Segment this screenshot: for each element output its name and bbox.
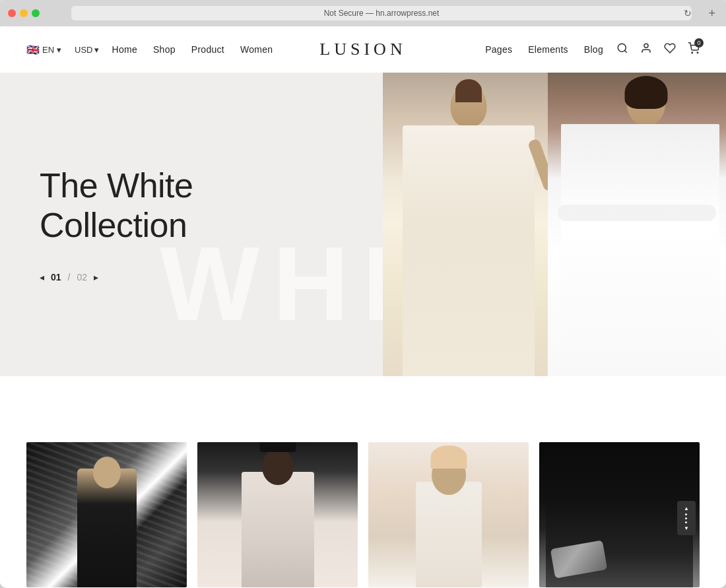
prev-slide-button[interactable]: ◂ [40,272,44,282]
nav-left: 🇬🇧 EN ▾ USD ▾ Home Shop Product Women [26,44,273,56]
lang-label: EN [42,45,54,55]
flag-icon: 🇬🇧 [26,44,40,56]
nav-women[interactable]: Women [240,44,273,55]
nav-menu-left: Home Shop Product Women [112,44,273,55]
currency-chevron-icon: ▾ [94,45,99,55]
reload-button[interactable]: ↻ [684,8,692,18]
hero-pagination: ◂ 01 / 02 ▸ [40,272,193,282]
wishlist-icon[interactable] [664,42,676,57]
language-selector[interactable]: 🇬🇧 EN ▾ [26,44,61,56]
currency-selector[interactable]: USD ▾ [75,45,98,55]
close-button[interactable] [8,9,16,17]
new-tab-button[interactable]: + [708,7,715,20]
nav-icons: 0 [616,42,700,57]
hero-title: The White Collection [40,166,193,245]
address-text: Not Secure — hn.arrowpress.net [324,9,440,18]
svg-point-4 [697,52,698,53]
svg-point-0 [618,44,626,51]
site-content: 🇬🇧 EN ▾ USD ▾ Home Shop Product Women LU… [0,26,726,588]
product-card-4[interactable] [539,442,700,587]
nav-right: Pages Elements Blog [485,42,700,57]
model1-figure [383,73,554,376]
scroll-widget[interactable]: ▲ ▼ [677,501,696,535]
divider-section [0,376,726,442]
search-icon[interactable] [616,42,628,57]
cart-count: 0 [694,38,704,48]
maximize-button[interactable] [32,9,40,17]
account-icon[interactable] [640,42,652,57]
product-card-1[interactable] [26,442,187,587]
svg-point-2 [644,44,648,48]
scroll-up-icon: ▲ [684,506,689,511]
lang-chevron-icon: ▾ [57,45,61,55]
site-logo[interactable]: LUSION [319,40,406,59]
cart-icon[interactable]: 0 [688,42,700,57]
hero-content: The White Collection ◂ 01 / 02 ▸ [40,166,193,282]
scroll-down-icon: ▼ [684,525,689,531]
product-grid [0,442,726,587]
nav-elements[interactable]: Elements [528,44,568,55]
currency-label: USD [75,45,92,55]
next-slide-button[interactable]: ▸ [94,272,98,282]
model2-figure [548,73,726,376]
address-bar[interactable]: Not Secure — hn.arrowpress.net [71,6,692,20]
product-card-2[interactable] [197,442,358,587]
product-card-3[interactable] [368,442,529,587]
minimize-button[interactable] [20,9,28,17]
nav-menu-right: Pages Elements Blog [485,44,603,55]
hero-title-line2: Collection [40,206,187,244]
current-slide: 01 [51,272,61,282]
nav-pages[interactable]: Pages [485,44,512,55]
browser-toolbar: Not Secure — hn.arrowpress.net ↻ + [0,0,726,26]
total-slides: 02 [77,272,87,282]
browser-window: Not Secure — hn.arrowpress.net ↻ + 🇬🇧 EN… [0,0,726,588]
slide-separator: / [68,272,71,282]
traffic-lights [8,9,40,17]
nav-blog[interactable]: Blog [584,44,603,55]
nav-home[interactable]: Home [112,44,137,55]
svg-point-3 [692,52,693,53]
svg-line-1 [624,50,626,52]
nav-shop[interactable]: Shop [153,44,176,55]
scroll-dots: ▲ ▼ [684,506,689,531]
nav-product[interactable]: Product [191,44,224,55]
main-nav: 🇬🇧 EN ▾ USD ▾ Home Shop Product Women LU… [0,26,726,73]
hero-section: WHITE The White Collection ◂ 01 / 02 ▸ [0,73,726,376]
hero-title-line1: The White [40,166,193,205]
